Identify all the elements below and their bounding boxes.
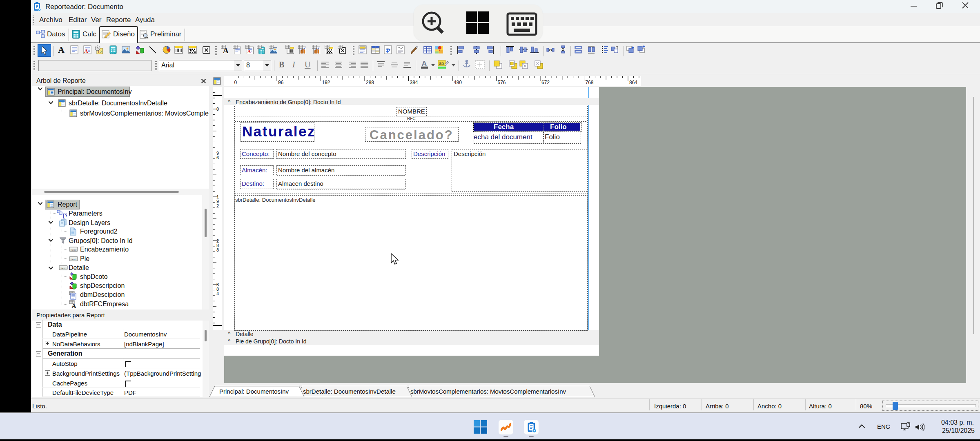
svg-text:192: 192 (322, 80, 330, 85)
svg-text:text: text (61, 267, 65, 270)
svg-text:480: 480 (454, 80, 462, 85)
svg-text:A: A (72, 303, 76, 308)
svg-text:A: A (422, 60, 427, 67)
svg-text:672: 672 (541, 80, 550, 85)
svg-text:288: 288 (366, 80, 374, 85)
svg-text:576: 576 (498, 80, 506, 85)
svg-text:2: 2 (216, 203, 219, 208)
svg-text:384: 384 (410, 80, 418, 85)
svg-text:text: text (71, 249, 76, 251)
svg-text:0: 0 (234, 80, 237, 85)
svg-text:8: 8 (216, 247, 219, 252)
svg-text:864: 864 (629, 80, 637, 85)
svg-text:768: 768 (586, 80, 594, 85)
svg-text:text: text (71, 258, 76, 261)
svg-text:0: 0 (216, 107, 219, 111)
svg-text:[?]: [?] (63, 212, 67, 218)
svg-text:ab: ab (439, 61, 444, 66)
svg-text:4: 4 (216, 291, 219, 296)
svg-text:6: 6 (216, 155, 219, 160)
svg-text:96: 96 (278, 80, 284, 85)
svg-text:A: A (58, 45, 65, 55)
svg-text:A: A (84, 48, 88, 54)
svg-text:A: A (247, 49, 251, 54)
